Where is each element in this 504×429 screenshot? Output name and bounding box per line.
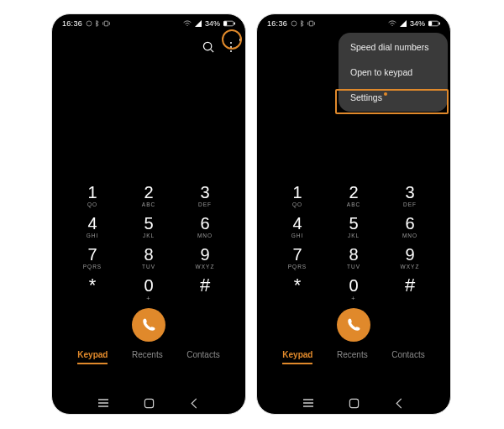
svg-point-0 xyxy=(87,21,92,26)
status-battery: 34% xyxy=(410,19,425,28)
key-9[interactable]: 9WXYZ xyxy=(183,246,227,270)
signal-icon xyxy=(195,20,202,27)
key-0[interactable]: 0+ xyxy=(127,277,171,301)
key-0[interactable]: 0+ xyxy=(332,277,375,301)
svg-rect-14 xyxy=(309,21,313,26)
svg-rect-23 xyxy=(349,399,358,407)
key-1[interactable]: 1QO xyxy=(71,184,114,208)
phone-right: 16:36 34% Speed dial numbers Open to key… xyxy=(256,13,451,415)
key-2[interactable]: 2ABC xyxy=(332,184,375,208)
key-5[interactable]: 5JKL xyxy=(127,215,171,239)
navigation-bar xyxy=(52,397,245,409)
status-bar: 16:36 34% xyxy=(257,14,450,33)
nav-home-button[interactable] xyxy=(347,397,360,409)
status-left-icons xyxy=(86,20,110,27)
whatsapp-icon xyxy=(291,20,297,27)
key-8[interactable]: 8TUV xyxy=(127,246,171,270)
phone-icon xyxy=(141,317,156,332)
phone-left: 16:36 34% xyxy=(51,13,246,415)
search-icon[interactable] xyxy=(202,41,215,54)
key-6[interactable]: 6MNO xyxy=(183,215,227,239)
key-3[interactable]: 3DEF xyxy=(183,184,227,208)
tab-recents[interactable]: Recents xyxy=(337,350,368,364)
wifi-icon xyxy=(388,20,396,27)
navigation-bar xyxy=(257,397,450,409)
svg-rect-12 xyxy=(144,399,153,407)
svg-rect-19 xyxy=(439,23,440,25)
dial-keypad: 1QO 2ABC 3DEF 4GHI 5JKL 6MNO 7PQRS 8TUV … xyxy=(52,184,245,301)
key-1[interactable]: 1QO xyxy=(276,184,319,208)
tab-keypad[interactable]: Keypad xyxy=(77,350,108,364)
key-star[interactable]: * xyxy=(276,277,319,301)
svg-rect-18 xyxy=(428,21,432,26)
tab-contacts[interactable]: Contacts xyxy=(186,350,219,364)
whatsapp-icon xyxy=(86,20,92,27)
key-6[interactable]: 6MNO xyxy=(388,215,432,239)
key-4[interactable]: 4GHI xyxy=(276,215,319,239)
key-9[interactable]: 9WXYZ xyxy=(388,246,432,270)
key-8[interactable]: 8TUV xyxy=(332,246,375,270)
wifi-icon xyxy=(183,20,192,27)
call-button[interactable] xyxy=(337,308,370,342)
nav-recents-button[interactable] xyxy=(97,397,110,409)
phone-icon xyxy=(346,317,361,332)
key-7[interactable]: 7PQRS xyxy=(276,246,319,270)
signal-icon xyxy=(400,20,407,27)
key-5[interactable]: 5JKL xyxy=(332,215,375,239)
highlight-more-button xyxy=(222,29,242,50)
bt-icon xyxy=(95,20,100,27)
key-4[interactable]: 4GHI xyxy=(71,215,114,239)
battery-icon xyxy=(223,20,235,27)
tab-recents[interactable]: Recents xyxy=(132,350,163,364)
overflow-menu: Speed dial numbers Open to keypad Settin… xyxy=(339,33,448,112)
status-left-icons xyxy=(291,20,315,27)
svg-rect-1 xyxy=(104,21,108,26)
key-star[interactable]: * xyxy=(71,277,114,301)
status-time: 16:36 xyxy=(62,19,82,28)
menu-speed-dial[interactable]: Speed dial numbers xyxy=(339,34,448,60)
key-hash[interactable]: # xyxy=(388,277,432,301)
status-time: 16:36 xyxy=(267,19,287,28)
nav-home-button[interactable] xyxy=(142,397,155,409)
vibrate-icon xyxy=(102,20,110,27)
menu-open-to-keypad[interactable]: Open to keypad xyxy=(339,60,448,85)
key-hash[interactable]: # xyxy=(183,277,227,301)
svg-point-13 xyxy=(291,21,297,26)
dial-keypad: 1QO 2ABC 3DEF 4GHI 5JKL 6MNO 7PQRS 8TUV … xyxy=(257,184,450,301)
tab-contacts[interactable]: Contacts xyxy=(391,350,424,364)
call-button[interactable] xyxy=(132,308,165,342)
svg-rect-6 xyxy=(234,23,235,25)
bottom-tabs: Keypad Recents Contacts xyxy=(52,350,245,364)
vibrate-icon xyxy=(307,20,315,27)
svg-rect-5 xyxy=(223,21,227,26)
status-battery: 34% xyxy=(205,19,220,28)
key-3[interactable]: 3DEF xyxy=(388,184,432,208)
nav-back-button[interactable] xyxy=(392,397,406,409)
bt-icon xyxy=(300,20,305,27)
bottom-tabs: Keypad Recents Contacts xyxy=(257,350,450,364)
status-bar: 16:36 34% xyxy=(52,14,245,33)
nav-back-button[interactable] xyxy=(187,397,201,409)
svg-line-8 xyxy=(211,49,213,51)
battery-icon xyxy=(428,20,440,27)
nav-recents-button[interactable] xyxy=(302,397,315,409)
app-header xyxy=(52,33,245,61)
tab-keypad[interactable]: Keypad xyxy=(282,350,312,364)
highlight-settings xyxy=(335,89,449,114)
svg-point-7 xyxy=(203,42,211,50)
key-7[interactable]: 7PQRS xyxy=(71,246,114,270)
key-2[interactable]: 2ABC xyxy=(127,184,171,208)
